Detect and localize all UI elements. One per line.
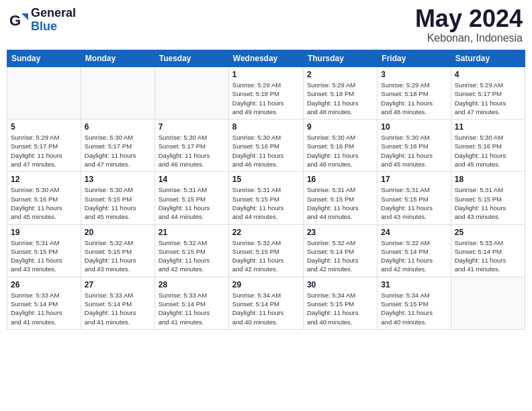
calendar-cell: 15Sunrise: 5:31 AM Sunset: 5:15 PM Dayli… xyxy=(228,172,303,224)
week-row-2: 5Sunrise: 5:29 AM Sunset: 5:17 PM Daylig… xyxy=(7,120,525,172)
calendar-cell: 10Sunrise: 5:30 AM Sunset: 5:16 PM Dayli… xyxy=(378,120,451,172)
day-number: 7 xyxy=(159,122,225,132)
day-info: Sunrise: 5:29 AM Sunset: 5:18 PM Dayligh… xyxy=(307,81,373,116)
day-info: Sunrise: 5:31 AM Sunset: 5:15 PM Dayligh… xyxy=(307,185,373,221)
day-info: Sunrise: 5:30 AM Sunset: 5:16 PM Dayligh… xyxy=(455,133,521,169)
day-info: Sunrise: 5:33 AM Sunset: 5:14 PM Dayligh… xyxy=(159,291,225,326)
calendar-cell: 16Sunrise: 5:31 AM Sunset: 5:15 PM Dayli… xyxy=(303,172,377,224)
day-number: 27 xyxy=(85,280,151,289)
day-info: Sunrise: 5:31 AM Sunset: 5:15 PM Dayligh… xyxy=(11,238,77,274)
day-info: Sunrise: 5:29 AM Sunset: 5:17 PM Dayligh… xyxy=(11,133,77,169)
day-info: Sunrise: 5:32 AM Sunset: 5:15 PM Dayligh… xyxy=(85,238,151,274)
day-info: Sunrise: 5:34 AM Sunset: 5:14 PM Dayligh… xyxy=(232,291,300,326)
week-row-1: 1Sunrise: 5:29 AM Sunset: 5:18 PM Daylig… xyxy=(7,67,525,120)
logo-text: General Blue xyxy=(31,7,76,34)
day-info: Sunrise: 5:30 AM Sunset: 5:17 PM Dayligh… xyxy=(159,133,225,169)
logo: G General Blue xyxy=(9,7,76,34)
svg-text:G: G xyxy=(9,12,21,29)
header-sunday: Sunday xyxy=(7,50,81,67)
calendar-cell: 19Sunrise: 5:31 AM Sunset: 5:15 PM Dayli… xyxy=(7,224,81,277)
week-row-3: 12Sunrise: 5:30 AM Sunset: 5:16 PM Dayli… xyxy=(7,172,525,224)
day-number: 30 xyxy=(307,280,373,289)
week-row-5: 26Sunrise: 5:33 AM Sunset: 5:14 PM Dayli… xyxy=(7,277,525,329)
calendar-cell: 11Sunrise: 5:30 AM Sunset: 5:16 PM Dayli… xyxy=(451,120,525,172)
day-info: Sunrise: 5:32 AM Sunset: 5:14 PM Dayligh… xyxy=(381,238,447,274)
calendar-cell: 8Sunrise: 5:30 AM Sunset: 5:16 PM Daylig… xyxy=(228,120,303,172)
day-number: 5 xyxy=(11,122,77,132)
calendar-cell: 25Sunrise: 5:33 AM Sunset: 5:14 PM Dayli… xyxy=(451,224,525,277)
day-info: Sunrise: 5:31 AM Sunset: 5:15 PM Dayligh… xyxy=(455,185,521,221)
day-number: 19 xyxy=(11,228,77,237)
day-info: Sunrise: 5:32 AM Sunset: 5:14 PM Dayligh… xyxy=(307,238,373,274)
day-number: 2 xyxy=(307,70,373,79)
calendar-cell: 29Sunrise: 5:34 AM Sunset: 5:14 PM Dayli… xyxy=(228,277,303,329)
day-info: Sunrise: 5:29 AM Sunset: 5:18 PM Dayligh… xyxy=(381,81,447,116)
calendar-cell xyxy=(451,277,525,329)
day-number: 10 xyxy=(381,122,447,132)
day-number: 31 xyxy=(381,280,447,289)
calendar-cell: 31Sunrise: 5:34 AM Sunset: 5:15 PM Dayli… xyxy=(378,277,451,329)
week-row-4: 19Sunrise: 5:31 AM Sunset: 5:15 PM Dayli… xyxy=(7,224,525,277)
day-info: Sunrise: 5:31 AM Sunset: 5:15 PM Dayligh… xyxy=(159,185,225,221)
svg-marker-1 xyxy=(21,13,28,20)
day-info: Sunrise: 5:30 AM Sunset: 5:17 PM Dayligh… xyxy=(85,133,151,169)
day-number: 12 xyxy=(11,175,77,184)
header-tuesday: Tuesday xyxy=(154,50,228,67)
day-info: Sunrise: 5:29 AM Sunset: 5:18 PM Dayligh… xyxy=(232,81,300,116)
day-number: 24 xyxy=(381,228,447,237)
header-saturday: Saturday xyxy=(451,50,525,67)
day-info: Sunrise: 5:31 AM Sunset: 5:15 PM Dayligh… xyxy=(381,185,447,221)
page-header: G General Blue May 2024 Kebonan, Indones… xyxy=(7,7,525,44)
calendar-cell: 20Sunrise: 5:32 AM Sunset: 5:15 PM Dayli… xyxy=(81,224,154,277)
calendar-cell: 22Sunrise: 5:32 AM Sunset: 5:15 PM Dayli… xyxy=(228,224,303,277)
day-info: Sunrise: 5:30 AM Sunset: 5:15 PM Dayligh… xyxy=(85,185,151,221)
calendar-cell: 13Sunrise: 5:30 AM Sunset: 5:15 PM Dayli… xyxy=(81,172,154,224)
day-info: Sunrise: 5:31 AM Sunset: 5:15 PM Dayligh… xyxy=(232,185,300,221)
day-number: 22 xyxy=(232,228,300,237)
day-number: 29 xyxy=(232,280,300,289)
day-info: Sunrise: 5:30 AM Sunset: 5:16 PM Dayligh… xyxy=(381,133,447,169)
day-info: Sunrise: 5:33 AM Sunset: 5:14 PM Dayligh… xyxy=(455,238,521,274)
calendar-cell: 24Sunrise: 5:32 AM Sunset: 5:14 PM Dayli… xyxy=(378,224,451,277)
calendar-cell: 23Sunrise: 5:32 AM Sunset: 5:14 PM Dayli… xyxy=(303,224,377,277)
day-number: 25 xyxy=(455,228,521,237)
day-number: 3 xyxy=(381,70,447,79)
calendar-cell: 3Sunrise: 5:29 AM Sunset: 5:18 PM Daylig… xyxy=(378,67,451,120)
calendar-cell: 26Sunrise: 5:33 AM Sunset: 5:14 PM Dayli… xyxy=(7,277,81,329)
day-number: 21 xyxy=(159,228,225,237)
calendar-cell: 1Sunrise: 5:29 AM Sunset: 5:18 PM Daylig… xyxy=(228,67,303,120)
calendar-cell: 6Sunrise: 5:30 AM Sunset: 5:17 PM Daylig… xyxy=(81,120,154,172)
day-info: Sunrise: 5:34 AM Sunset: 5:15 PM Dayligh… xyxy=(307,291,373,326)
day-number: 6 xyxy=(85,122,151,132)
day-number: 9 xyxy=(307,122,373,132)
day-info: Sunrise: 5:30 AM Sunset: 5:16 PM Dayligh… xyxy=(307,133,373,169)
header-wednesday: Wednesday xyxy=(228,50,303,67)
day-info: Sunrise: 5:30 AM Sunset: 5:16 PM Dayligh… xyxy=(11,185,77,221)
header-friday: Friday xyxy=(378,50,451,67)
header-thursday: Thursday xyxy=(303,50,377,67)
calendar-cell xyxy=(81,67,154,120)
logo-icon: G xyxy=(9,11,28,30)
calendar-cell: 5Sunrise: 5:29 AM Sunset: 5:17 PM Daylig… xyxy=(7,120,81,172)
day-number: 28 xyxy=(159,280,225,289)
day-number: 17 xyxy=(381,175,447,184)
calendar-cell: 27Sunrise: 5:33 AM Sunset: 5:14 PM Dayli… xyxy=(81,277,154,329)
day-number: 13 xyxy=(85,175,151,184)
day-number: 14 xyxy=(159,175,225,184)
calendar-cell: 30Sunrise: 5:34 AM Sunset: 5:15 PM Dayli… xyxy=(303,277,377,329)
logo-general-text: General xyxy=(31,7,76,20)
day-info: Sunrise: 5:33 AM Sunset: 5:14 PM Dayligh… xyxy=(85,291,151,326)
calendar-cell: 9Sunrise: 5:30 AM Sunset: 5:16 PM Daylig… xyxy=(303,120,377,172)
calendar-title: May 2024 xyxy=(415,7,523,31)
day-info: Sunrise: 5:30 AM Sunset: 5:16 PM Dayligh… xyxy=(232,133,300,169)
calendar-header-row: Sunday Monday Tuesday Wednesday Thursday… xyxy=(7,50,525,67)
day-number: 26 xyxy=(11,280,77,289)
day-info: Sunrise: 5:33 AM Sunset: 5:14 PM Dayligh… xyxy=(11,291,77,326)
calendar-table: Sunday Monday Tuesday Wednesday Thursday… xyxy=(7,50,525,330)
calendar-cell: 7Sunrise: 5:30 AM Sunset: 5:17 PM Daylig… xyxy=(154,120,228,172)
day-number: 11 xyxy=(455,122,521,132)
day-info: Sunrise: 5:29 AM Sunset: 5:17 PM Dayligh… xyxy=(455,81,521,116)
day-number: 20 xyxy=(85,228,151,237)
calendar-cell xyxy=(7,67,81,120)
header-monday: Monday xyxy=(81,50,154,67)
